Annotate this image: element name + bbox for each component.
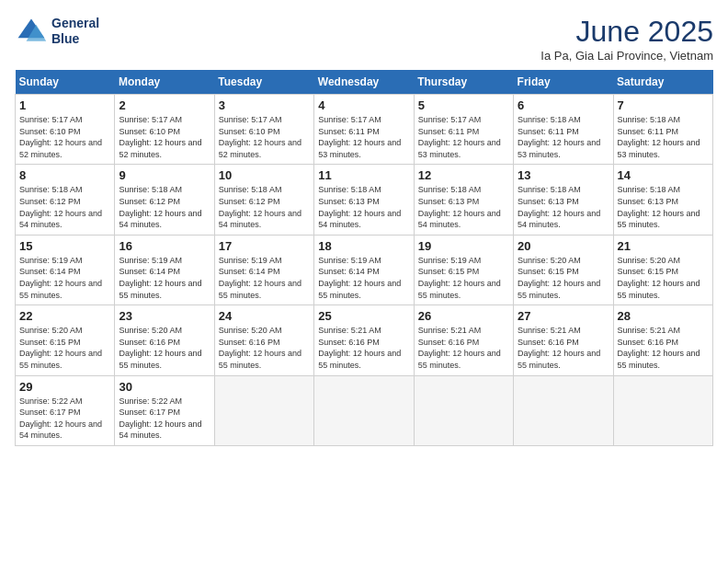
calendar-body: 1 Sunrise: 5:17 AM Sunset: 6:10 PM Dayli…: [16, 95, 713, 446]
day-number: 7: [618, 98, 709, 112]
daylight-text: Daylight: 12 hours and 55 minutes.: [219, 349, 301, 370]
sunrise-text: Sunrise: 5:22 AM: [119, 396, 182, 406]
sunrise-text: Sunrise: 5:21 AM: [518, 326, 581, 335]
day-number: 6: [518, 98, 609, 112]
day-info: Sunrise: 5:18 AM Sunset: 6:11 PM Dayligh…: [518, 114, 609, 160]
day-number: 8: [19, 168, 110, 182]
day-cell: 24 Sunrise: 5:20 AM Sunset: 6:16 PM Dayl…: [214, 305, 313, 375]
day-number: 23: [119, 309, 210, 323]
day-number: 5: [418, 98, 509, 112]
sunset-text: Sunset: 6:13 PM: [518, 197, 579, 206]
day-info: Sunrise: 5:18 AM Sunset: 6:11 PM Dayligh…: [618, 114, 709, 160]
day-number: 4: [318, 98, 409, 112]
title-area: June 2025 Ia Pa, Gia Lai Province, Vietn…: [540, 15, 713, 63]
day-cell: 30 Sunrise: 5:22 AM Sunset: 6:17 PM Dayl…: [115, 375, 214, 445]
day-number: 15: [19, 239, 110, 253]
daylight-text: Daylight: 12 hours and 55 minutes.: [119, 349, 201, 370]
day-number: 9: [119, 168, 210, 182]
calendar-subtitle: Ia Pa, Gia Lai Province, Vietnam: [540, 49, 713, 63]
calendar-week-row: 1 Sunrise: 5:17 AM Sunset: 6:10 PM Dayli…: [16, 95, 713, 165]
daylight-text: Daylight: 12 hours and 55 minutes.: [119, 279, 201, 300]
sunset-text: Sunset: 6:13 PM: [318, 197, 380, 206]
calendar-week-row: 22 Sunrise: 5:20 AM Sunset: 6:15 PM Dayl…: [16, 305, 713, 375]
sunset-text: Sunset: 6:14 PM: [219, 267, 280, 276]
sunset-text: Sunset: 6:11 PM: [318, 127, 380, 136]
daylight-text: Daylight: 12 hours and 54 minutes.: [518, 209, 600, 230]
daylight-text: Daylight: 12 hours and 54 minutes.: [219, 209, 301, 230]
sunset-text: Sunset: 6:13 PM: [618, 197, 679, 206]
day-info: Sunrise: 5:21 AM Sunset: 6:16 PM Dayligh…: [418, 325, 509, 371]
sunset-text: Sunset: 6:12 PM: [219, 197, 280, 206]
daylight-text: Daylight: 12 hours and 55 minutes.: [318, 279, 401, 300]
sunset-text: Sunset: 6:11 PM: [518, 127, 579, 136]
daylight-text: Daylight: 12 hours and 55 minutes.: [418, 349, 501, 370]
calendar-title: June 2025: [540, 15, 713, 49]
day-of-week-header: Thursday: [414, 70, 513, 95]
sunrise-text: Sunrise: 5:18 AM: [518, 185, 581, 194]
sunrise-text: Sunrise: 5:20 AM: [518, 256, 581, 265]
day-of-week-header: Saturday: [613, 70, 712, 95]
day-info: Sunrise: 5:18 AM Sunset: 6:12 PM Dayligh…: [219, 184, 310, 230]
day-info: Sunrise: 5:17 AM Sunset: 6:10 PM Dayligh…: [219, 114, 310, 160]
sunset-text: Sunset: 6:17 PM: [119, 408, 180, 417]
day-number: 28: [618, 309, 709, 323]
day-info: Sunrise: 5:18 AM Sunset: 6:12 PM Dayligh…: [19, 184, 110, 230]
daylight-text: Daylight: 12 hours and 55 minutes.: [618, 209, 700, 230]
sunrise-text: Sunrise: 5:20 AM: [618, 256, 681, 265]
day-number: 18: [318, 239, 409, 253]
day-cell: 13 Sunrise: 5:18 AM Sunset: 6:13 PM Dayl…: [514, 165, 613, 235]
day-of-week-header: Monday: [115, 70, 214, 95]
day-info: Sunrise: 5:18 AM Sunset: 6:13 PM Dayligh…: [418, 184, 509, 230]
sunrise-text: Sunrise: 5:18 AM: [119, 185, 182, 194]
sunset-text: Sunset: 6:11 PM: [618, 127, 679, 136]
sunrise-text: Sunrise: 5:19 AM: [119, 256, 182, 265]
empty-cell: [414, 375, 513, 445]
sunrise-text: Sunrise: 5:22 AM: [19, 396, 83, 406]
sunrise-text: Sunrise: 5:19 AM: [219, 256, 282, 265]
daylight-text: Daylight: 12 hours and 52 minutes.: [19, 138, 102, 159]
day-cell: 9 Sunrise: 5:18 AM Sunset: 6:12 PM Dayli…: [115, 165, 214, 235]
sunrise-text: Sunrise: 5:17 AM: [318, 115, 381, 124]
day-info: Sunrise: 5:19 AM Sunset: 6:14 PM Dayligh…: [19, 255, 110, 301]
day-cell: 27 Sunrise: 5:21 AM Sunset: 6:16 PM Dayl…: [514, 305, 613, 375]
day-info: Sunrise: 5:20 AM Sunset: 6:16 PM Dayligh…: [219, 325, 310, 371]
day-of-week-header: Friday: [514, 70, 613, 95]
daylight-text: Daylight: 12 hours and 54 minutes.: [19, 419, 102, 441]
day-number: 13: [518, 168, 609, 182]
daylight-text: Daylight: 12 hours and 55 minutes.: [618, 279, 700, 300]
sunrise-text: Sunrise: 5:19 AM: [318, 256, 381, 265]
sunrise-text: Sunrise: 5:18 AM: [19, 185, 83, 194]
day-number: 14: [618, 168, 709, 182]
day-info: Sunrise: 5:17 AM Sunset: 6:10 PM Dayligh…: [119, 114, 210, 160]
sunrise-text: Sunrise: 5:20 AM: [219, 326, 282, 335]
day-info: Sunrise: 5:17 AM Sunset: 6:11 PM Dayligh…: [318, 114, 409, 160]
day-cell: 1 Sunrise: 5:17 AM Sunset: 6:10 PM Dayli…: [16, 95, 115, 165]
day-of-week-header: Sunday: [16, 70, 115, 95]
day-info: Sunrise: 5:20 AM Sunset: 6:15 PM Dayligh…: [618, 255, 709, 301]
day-info: Sunrise: 5:22 AM Sunset: 6:17 PM Dayligh…: [119, 396, 210, 442]
day-cell: 2 Sunrise: 5:17 AM Sunset: 6:10 PM Dayli…: [115, 95, 214, 165]
logo-icon: [15, 15, 48, 48]
calendar-header-row: SundayMondayTuesdayWednesdayThursdayFrid…: [16, 70, 713, 95]
daylight-text: Daylight: 12 hours and 55 minutes.: [19, 349, 102, 370]
day-cell: 18 Sunrise: 5:19 AM Sunset: 6:14 PM Dayl…: [314, 235, 414, 304]
sunset-text: Sunset: 6:16 PM: [418, 338, 480, 347]
day-info: Sunrise: 5:21 AM Sunset: 6:16 PM Dayligh…: [318, 325, 409, 371]
calendar-week-row: 29 Sunrise: 5:22 AM Sunset: 6:17 PM Dayl…: [16, 375, 713, 445]
sunrise-text: Sunrise: 5:18 AM: [618, 185, 681, 194]
sunrise-text: Sunrise: 5:20 AM: [119, 326, 182, 335]
day-cell: 19 Sunrise: 5:19 AM Sunset: 6:15 PM Dayl…: [414, 235, 513, 304]
day-info: Sunrise: 5:20 AM Sunset: 6:16 PM Dayligh…: [119, 325, 210, 371]
day-cell: 6 Sunrise: 5:18 AM Sunset: 6:11 PM Dayli…: [514, 95, 613, 165]
daylight-text: Daylight: 12 hours and 54 minutes.: [418, 209, 501, 230]
day-info: Sunrise: 5:18 AM Sunset: 6:12 PM Dayligh…: [119, 184, 210, 230]
day-cell: 22 Sunrise: 5:20 AM Sunset: 6:15 PM Dayl…: [16, 305, 115, 375]
day-cell: 14 Sunrise: 5:18 AM Sunset: 6:13 PM Dayl…: [613, 165, 712, 235]
day-info: Sunrise: 5:19 AM Sunset: 6:14 PM Dayligh…: [318, 255, 409, 301]
day-cell: 8 Sunrise: 5:18 AM Sunset: 6:12 PM Dayli…: [16, 165, 115, 235]
sunset-text: Sunset: 6:12 PM: [19, 197, 81, 206]
day-cell: 26 Sunrise: 5:21 AM Sunset: 6:16 PM Dayl…: [414, 305, 513, 375]
day-of-week-header: Tuesday: [214, 70, 313, 95]
daylight-text: Daylight: 12 hours and 54 minutes.: [119, 209, 201, 230]
sunrise-text: Sunrise: 5:17 AM: [119, 115, 182, 124]
